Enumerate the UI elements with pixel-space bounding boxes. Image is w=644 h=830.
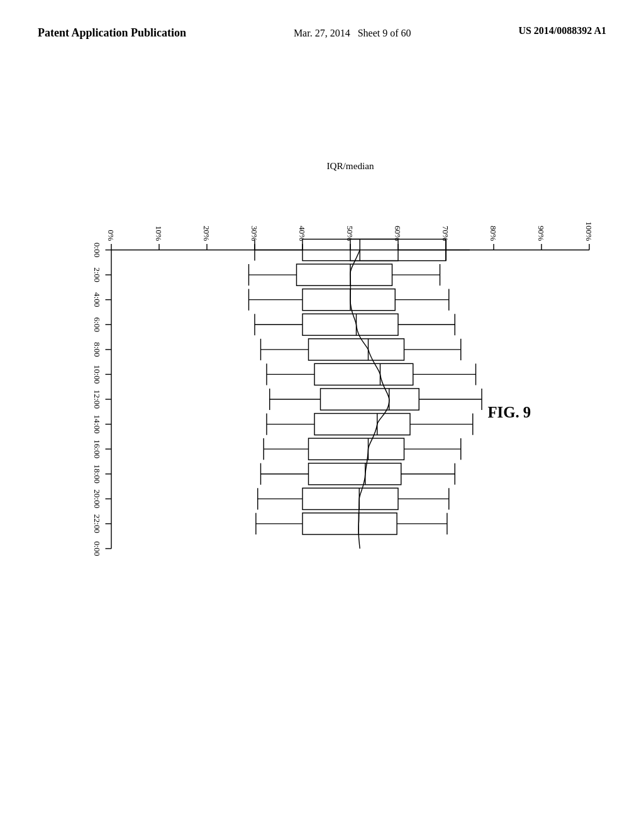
svg-text:30%: 30%: [250, 226, 259, 241]
publication-label: Patent Application Publication: [38, 25, 186, 41]
svg-text:22:00: 22:00: [92, 514, 102, 534]
svg-rect-86: [314, 363, 413, 385]
svg-text:50%: 50%: [345, 226, 355, 241]
svg-text:4:00: 4:00: [92, 292, 102, 307]
svg-text:0:00: 0:00: [92, 243, 102, 258]
svg-text:14:00: 14:00: [92, 414, 102, 434]
svg-text:0%: 0%: [106, 230, 116, 241]
date-label: Mar. 27, 2014: [294, 28, 350, 38]
svg-rect-62: [297, 264, 392, 285]
svg-text:0:00: 0:00: [92, 541, 102, 556]
svg-rect-98: [314, 414, 410, 435]
svg-text:100%: 100%: [584, 221, 591, 241]
svg-text:20%: 20%: [202, 226, 211, 241]
svg-text:10:00: 10:00: [92, 365, 102, 384]
svg-rect-116: [303, 488, 398, 509]
sheet-label: Sheet 9 of 60: [358, 28, 411, 38]
svg-text:IQR/median: IQR/median: [326, 160, 374, 171]
svg-rect-80: [309, 339, 404, 360]
chart-svg: 0:00 2:00 4:00 6:00 8:00 10:00 12:00: [38, 101, 591, 698]
sheet-info: Mar. 27, 2014 Sheet 9 of 60: [294, 25, 411, 42]
figure-label: FIG. 9: [488, 404, 531, 421]
svg-text:40%: 40%: [297, 226, 307, 241]
svg-rect-122: [303, 513, 397, 534]
svg-text:12:00: 12:00: [92, 390, 102, 409]
svg-text:8:00: 8:00: [92, 342, 102, 357]
svg-text:60%: 60%: [393, 226, 402, 241]
svg-text:80%: 80%: [489, 226, 498, 241]
svg-rect-74: [303, 314, 398, 335]
svg-text:70%: 70%: [441, 226, 450, 241]
svg-text:10%: 10%: [154, 226, 164, 241]
svg-rect-110: [309, 463, 401, 485]
svg-text:18:00: 18:00: [92, 465, 102, 484]
svg-text:90%: 90%: [536, 226, 546, 241]
svg-text:20:00: 20:00: [92, 489, 102, 509]
svg-text:2:00: 2:00: [92, 267, 102, 282]
chart-area: 0:00 2:00 4:00 6:00 8:00 10:00 12:00: [38, 101, 591, 698]
svg-text:16:00: 16:00: [92, 440, 102, 459]
svg-rect-104: [309, 438, 404, 460]
svg-rect-68: [303, 289, 395, 311]
svg-text:6:00: 6:00: [92, 317, 102, 332]
svg-rect-92: [321, 389, 419, 410]
patent-number: US 2014/0088392 A1: [518, 25, 606, 36]
